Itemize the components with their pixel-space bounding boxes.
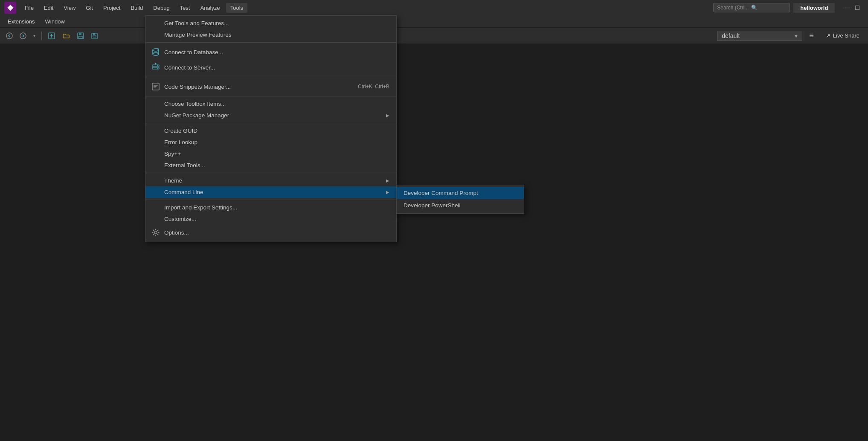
svg-point-2 <box>6 33 12 39</box>
open-folder-button[interactable] <box>60 31 73 41</box>
svg-rect-7 <box>78 36 83 38</box>
menu-item-get-tools[interactable]: Get Tools and Features... <box>145 17 396 29</box>
svg-rect-16 <box>152 67 159 69</box>
main-area <box>0 44 868 441</box>
database-icon <box>151 47 161 57</box>
title-bar: ❖ File Edit View Git Project Build Debug… <box>0 0 868 15</box>
config-dropdown-arrow: ▾ <box>795 32 798 39</box>
menu-item-customize[interactable]: Customize... <box>145 213 396 225</box>
menu-item-theme[interactable]: Theme ▶ <box>145 175 396 186</box>
toolbar-options-button[interactable]: ≡ <box>806 29 817 42</box>
toolbar: ▾ default ▾ ≡ ↗ Liv <box>0 27 868 44</box>
menu-item-code-snippets[interactable]: Code Snippets Manager... Ctrl+K, Ctrl+B <box>145 79 396 94</box>
save-all-button[interactable] <box>89 31 102 41</box>
svg-rect-9 <box>93 33 95 35</box>
dev-powershell-label: Developer PowerShell <box>404 202 461 209</box>
menu-divider-3 <box>145 96 396 96</box>
config-value: default <box>722 32 740 39</box>
live-share-icon: ↗ <box>826 32 830 39</box>
tools-dropdown-menu: Get Tools and Features... Manage Preview… <box>145 15 397 242</box>
svg-marker-20 <box>155 63 157 64</box>
menu-item-error-lookup[interactable]: Error Lookup <box>145 136 396 148</box>
menu-project[interactable]: Project <box>99 3 125 13</box>
new-project-button[interactable] <box>45 31 58 41</box>
forward-button[interactable] <box>17 31 29 41</box>
menu-git[interactable]: Git <box>81 3 97 13</box>
menu-item-manage-preview[interactable]: Manage Preview Features <box>145 29 396 41</box>
code-snippets-icon <box>151 81 161 92</box>
menu-item-choose-toolbox[interactable]: Choose Toolbox Items... <box>145 98 396 110</box>
dev-cmd-prompt-label: Developer Command Prompt <box>404 190 478 196</box>
menu-build[interactable]: Build <box>126 3 147 13</box>
menu-edit[interactable]: Edit <box>40 3 58 13</box>
menu-divider-6 <box>145 200 396 200</box>
server-icon <box>151 62 161 73</box>
toolbar-right: default ▾ ≡ ↗ Live Share <box>717 29 865 42</box>
menu-item-import-export[interactable]: Import and Export Settings... <box>145 202 396 213</box>
nuget-arrow-icon: ▶ <box>386 113 389 118</box>
svg-point-25 <box>154 231 157 234</box>
submenu-item-dev-cmd-prompt[interactable]: Developer Command Prompt <box>397 187 524 199</box>
menu-divider-1 <box>145 42 396 43</box>
dropdown-arrow-back[interactable]: ▾ <box>31 32 38 39</box>
menu-item-create-guid[interactable]: Create GUID <box>145 125 396 136</box>
menu-item-command-line[interactable]: Command Line ▶ Developer Command Prompt … <box>145 186 396 198</box>
command-line-arrow-icon: ▶ <box>386 190 389 194</box>
menu-extensions[interactable]: Extensions <box>3 17 39 26</box>
options-gear-icon <box>151 227 161 238</box>
menu-analyze[interactable]: Analyze <box>196 3 224 13</box>
svg-point-3 <box>20 33 26 39</box>
submenu-item-dev-powershell[interactable]: Developer PowerShell <box>397 199 524 212</box>
menu-tools[interactable]: Tools <box>226 3 247 13</box>
svg-point-17 <box>157 65 158 66</box>
svg-point-12 <box>153 53 159 55</box>
title-bar-right: Search (Ctrl... 🔍 helloworld — □ <box>713 3 865 13</box>
config-dropdown[interactable]: default ▾ <box>717 31 802 41</box>
menu-divider-4 <box>145 123 396 123</box>
menu-item-options[interactable]: Options... <box>145 225 396 240</box>
svg-point-18 <box>157 68 158 69</box>
maximize-button[interactable]: □ <box>855 4 859 12</box>
svg-rect-15 <box>152 65 159 67</box>
vs-logo: ❖ <box>3 1 17 15</box>
menu-item-external-tools[interactable]: External Tools... <box>145 160 396 171</box>
menu-item-connect-server[interactable]: Connect to Server... <box>145 60 396 75</box>
live-share-label: Live Share <box>833 32 859 39</box>
svg-rect-6 <box>79 33 81 35</box>
menu-item-spy[interactable]: Spy++ <box>145 148 396 160</box>
menu-file[interactable]: File <box>20 3 38 13</box>
toolbar-sep-1 <box>41 32 42 40</box>
menu-divider-2 <box>145 77 396 77</box>
search-placeholder: Search (Ctrl... <box>717 5 749 11</box>
menu-view[interactable]: View <box>59 3 80 13</box>
command-line-submenu: Developer Command Prompt Developer Power… <box>396 185 524 214</box>
menu-test[interactable]: Test <box>176 3 195 13</box>
live-share-button[interactable]: ↗ Live Share <box>821 31 865 41</box>
window-title: helloworld <box>793 3 835 13</box>
minimize-button[interactable]: — <box>843 4 850 12</box>
window-controls: — □ <box>838 4 865 12</box>
search-box[interactable]: Search (Ctrl... 🔍 <box>713 3 790 12</box>
menu-item-connect-db[interactable]: Connect to Database... <box>145 44 396 60</box>
svg-text:❖: ❖ <box>7 4 14 12</box>
menu-item-nuget[interactable]: NuGet Package Manager ▶ <box>145 110 396 121</box>
menu-window[interactable]: Window <box>41 17 69 26</box>
menu-debug[interactable]: Debug <box>149 3 174 13</box>
menu-divider-5 <box>145 173 396 173</box>
search-icon: 🔍 <box>751 5 758 11</box>
back-button[interactable] <box>3 31 15 41</box>
save-button[interactable] <box>74 31 87 41</box>
theme-arrow-icon: ▶ <box>386 178 389 183</box>
secondary-menu-bar: Extensions Window <box>0 15 868 27</box>
svg-rect-10 <box>93 35 96 37</box>
